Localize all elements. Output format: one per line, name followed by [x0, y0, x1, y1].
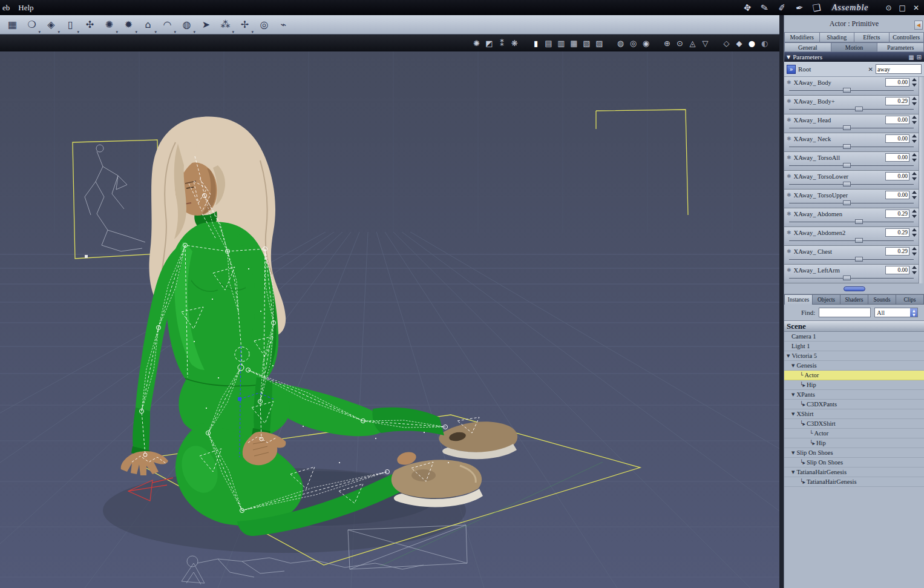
- clear-search-icon[interactable]: ✕: [868, 66, 873, 73]
- spray-tool-icon[interactable]: ✎: [760, 2, 770, 14]
- tree-item-c3dxpants[interactable]: └▸C3DXPants: [784, 400, 924, 409]
- viewport[interactable]: [0, 51, 779, 588]
- shader-ball-icon[interactable]: ◍: [615, 39, 626, 48]
- menu-help[interactable]: Help: [18, 3, 33, 13]
- parameter-search-input[interactable]: [876, 64, 922, 74]
- expander-icon[interactable]: ▼: [791, 412, 795, 417]
- draw-cube-solid-icon[interactable]: ◆: [734, 39, 744, 48]
- insert-particle-icon[interactable]: ✢: [237, 18, 252, 32]
- dropdown-arrows-icon[interactable]: ▲▼: [910, 308, 917, 317]
- tab-modifiers[interactable]: Modifiers: [784, 32, 819, 42]
- menu-web[interactable]: eb: [2, 3, 10, 13]
- insert-gem-icon[interactable]: ◈: [44, 18, 59, 32]
- parameter-slider[interactable]: [789, 144, 914, 150]
- camera-bank-icon[interactable]: ▽: [700, 39, 710, 48]
- dial-gear-icon[interactable]: ✱: [787, 192, 791, 198]
- parameter-scrollbar[interactable]: [919, 77, 924, 283]
- insert-object-icon[interactable]: ▦: [5, 18, 20, 32]
- parameter-value-input[interactable]: [885, 153, 909, 162]
- parameter-slider[interactable]: [789, 238, 914, 243]
- dial-gear-icon[interactable]: ✱: [787, 154, 791, 160]
- effects-preview-icon[interactable]: ❋: [510, 39, 520, 48]
- panel-collapse-button[interactable]: ◀: [914, 21, 923, 30]
- parameter-slider[interactable]: [789, 182, 914, 187]
- parameter-value-input[interactable]: [885, 228, 909, 237]
- draw-sphere-gray-icon[interactable]: ◐: [759, 39, 770, 48]
- parameter-value-input[interactable]: [885, 191, 909, 199]
- value-spinner[interactable]: [912, 116, 917, 124]
- parameter-slider[interactable]: [789, 276, 914, 281]
- parameter-value-input[interactable]: [885, 247, 909, 256]
- insert-star-icon[interactable]: ✹: [121, 18, 136, 32]
- value-spinner[interactable]: [912, 210, 917, 218]
- tree-item-camera[interactable]: Camera 1: [784, 332, 924, 342]
- tab-parameters[interactable]: Parameters: [877, 42, 924, 52]
- draw-sphere-white-icon[interactable]: ●: [747, 39, 757, 48]
- parameter-slider[interactable]: [789, 163, 914, 168]
- parameter-slider[interactable]: [789, 125, 914, 131]
- expander-icon[interactable]: ▼: [787, 354, 790, 358]
- collapse-triangle-icon[interactable]: ▼: [787, 55, 790, 60]
- dial-gear-icon[interactable]: ✱: [787, 117, 791, 123]
- hand-tool-icon[interactable]: ✥: [742, 2, 752, 14]
- display-flat-icon[interactable]: ▦: [569, 39, 579, 48]
- parameter-value-input[interactable]: [885, 210, 909, 218]
- tree-item-tatianahair[interactable]: ▼TatianaHairGenesis: [784, 467, 924, 477]
- parameter-slider[interactable]: [789, 257, 914, 262]
- tab-motion[interactable]: Motion: [831, 42, 877, 52]
- light-preview-icon[interactable]: ✺: [471, 39, 482, 48]
- parameter-value-input[interactable]: [885, 172, 909, 180]
- tab-shaders[interactable]: Shaders: [840, 294, 868, 305]
- shader-solid-icon[interactable]: ◉: [641, 39, 651, 48]
- value-spinner[interactable]: [912, 172, 917, 180]
- tree-item-genesis[interactable]: ▼Genesis: [784, 361, 924, 371]
- shader-wire-icon[interactable]: ◎: [628, 39, 638, 48]
- insert-shell-icon[interactable]: ◠: [160, 18, 175, 32]
- tree-item-victoria5[interactable]: ▼Victoria 5: [784, 351, 924, 361]
- insert-target-icon[interactable]: ◎: [257, 18, 272, 32]
- tree-item-tatianahair2[interactable]: └▸TatianaHairGenesis: [784, 477, 924, 487]
- value-spinner[interactable]: [912, 266, 917, 274]
- tree-item-hip[interactable]: └▸Hip: [784, 380, 924, 390]
- display-gouraud-icon[interactable]: ▧: [582, 39, 592, 48]
- insert-arrow-icon[interactable]: ➤: [198, 18, 214, 32]
- value-spinner[interactable]: [912, 247, 917, 256]
- tab-objects[interactable]: Objects: [812, 294, 840, 305]
- insert-spray-icon[interactable]: ⁂: [218, 18, 233, 32]
- tab-shading[interactable]: Shading: [819, 32, 854, 42]
- brush-tool-icon[interactable]: ✐: [778, 2, 787, 14]
- parameter-slider[interactable]: [789, 107, 914, 112]
- dial-gear-icon[interactable]: ✱: [787, 98, 791, 104]
- insert-hand-icon[interactable]: ✣: [82, 18, 97, 32]
- tab-instances[interactable]: Instances: [784, 294, 812, 305]
- tree-item-c3dxshirt[interactable]: └▸C3DXShirt: [784, 419, 924, 429]
- value-spinner[interactable]: [912, 191, 917, 199]
- value-spinner[interactable]: [912, 228, 917, 237]
- tab-effects[interactable]: Effects: [854, 32, 889, 42]
- value-spinner[interactable]: [912, 134, 917, 143]
- parameter-value-input[interactable]: [885, 97, 909, 105]
- display-lines-icon[interactable]: ▥: [556, 39, 566, 48]
- maximize-icon[interactable]: □: [899, 4, 906, 12]
- display-box-icon[interactable]: ▮: [531, 39, 541, 48]
- tab-clips[interactable]: Clips: [896, 294, 924, 305]
- dial-gear-icon[interactable]: ✱: [787, 211, 791, 217]
- sound-preview-icon[interactable]: ◩: [484, 39, 494, 48]
- parameter-slider[interactable]: [789, 88, 914, 93]
- tree-item-sliponshoes2[interactable]: └▸Slip On Shoes: [784, 458, 924, 467]
- insert-bone-icon[interactable]: ⌁: [276, 18, 291, 32]
- display-wire-icon[interactable]: ▤: [543, 39, 554, 48]
- scene-3d-canvas[interactable]: [0, 51, 779, 588]
- insert-sphere-icon[interactable]: ❍: [24, 18, 39, 32]
- expander-icon[interactable]: ▼: [791, 392, 795, 397]
- parameter-value-input[interactable]: [885, 78, 909, 87]
- tree-item-light[interactable]: Light 1: [784, 342, 924, 351]
- insert-blob-icon[interactable]: ◍: [179, 18, 194, 32]
- tree-item-sliponshoes[interactable]: ▼Slip On Shoes: [784, 448, 924, 458]
- parameter-slider[interactable]: [789, 219, 914, 225]
- insert-terrain-icon[interactable]: ⌂: [140, 18, 156, 32]
- insert-urchin-icon[interactable]: ✺: [102, 18, 117, 32]
- value-spinner[interactable]: [912, 153, 917, 162]
- aa-preview-icon[interactable]: ⁑: [497, 39, 507, 48]
- tab-sounds[interactable]: Sounds: [868, 294, 896, 305]
